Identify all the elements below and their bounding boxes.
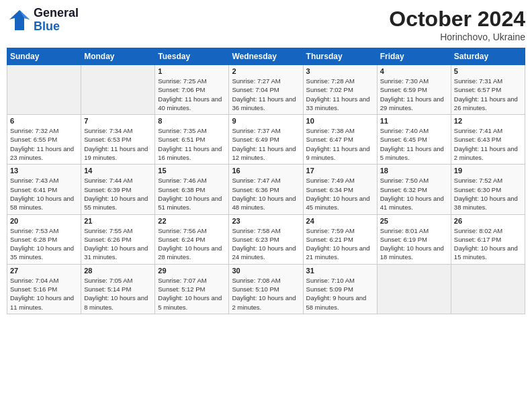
- day-number: 28: [84, 267, 152, 275]
- day-info: Sunrise: 7:56 AM Sunset: 6:24 PM Dayligh…: [158, 226, 226, 262]
- calendar-cell: [81, 65, 155, 115]
- day-number: 25: [380, 217, 448, 225]
- calendar-cell: 23Sunrise: 7:58 AM Sunset: 6:23 PM Dayli…: [229, 214, 303, 264]
- calendar-table: SundayMondayTuesdayWednesdayThursdayFrid…: [7, 48, 525, 314]
- day-info: Sunrise: 7:59 AM Sunset: 6:21 PM Dayligh…: [306, 226, 374, 262]
- calendar-cell: 31Sunrise: 7:10 AM Sunset: 5:09 PM Dayli…: [303, 264, 377, 314]
- week-row-5: 27Sunrise: 7:04 AM Sunset: 5:16 PM Dayli…: [7, 264, 525, 314]
- day-info: Sunrise: 7:28 AM Sunset: 7:02 PM Dayligh…: [306, 77, 374, 112]
- calendar-cell: 12Sunrise: 7:41 AM Sunset: 6:43 PM Dayli…: [451, 115, 525, 165]
- day-info: Sunrise: 7:50 AM Sunset: 6:32 PM Dayligh…: [380, 176, 448, 212]
- day-number: 16: [232, 167, 300, 175]
- location-text: Horinchovo, Ukraine: [389, 32, 525, 42]
- week-row-2: 6Sunrise: 7:32 AM Sunset: 6:55 PM Daylig…: [7, 115, 525, 165]
- logo-bird-icon: [7, 7, 32, 33]
- calendar-cell: 30Sunrise: 7:08 AM Sunset: 5:10 PM Dayli…: [229, 264, 303, 314]
- weekday-header-saturday: Saturday: [451, 48, 525, 65]
- calendar-cell: 26Sunrise: 8:02 AM Sunset: 6:17 PM Dayli…: [451, 214, 525, 264]
- logo-blue-text: Blue: [34, 20, 79, 34]
- day-number: 3: [306, 67, 374, 75]
- page-header: General Blue October 2024 Horinchovo, Uk…: [7, 7, 525, 42]
- day-info: Sunrise: 7:52 AM Sunset: 6:30 PM Dayligh…: [454, 176, 522, 212]
- calendar-cell: [451, 264, 525, 314]
- weekday-header-thursday: Thursday: [303, 48, 377, 65]
- day-info: Sunrise: 7:08 AM Sunset: 5:10 PM Dayligh…: [232, 276, 300, 312]
- day-info: Sunrise: 7:41 AM Sunset: 6:43 PM Dayligh…: [454, 126, 522, 162]
- calendar-cell: 3Sunrise: 7:28 AM Sunset: 7:02 PM Daylig…: [303, 65, 377, 115]
- day-number: 9: [232, 117, 300, 125]
- day-number: 12: [454, 117, 522, 125]
- day-info: Sunrise: 8:01 AM Sunset: 6:19 PM Dayligh…: [380, 226, 448, 262]
- calendar-cell: 25Sunrise: 8:01 AM Sunset: 6:19 PM Dayli…: [377, 214, 451, 264]
- day-number: 19: [454, 167, 522, 175]
- day-info: Sunrise: 7:49 AM Sunset: 6:34 PM Dayligh…: [306, 176, 374, 212]
- day-info: Sunrise: 7:07 AM Sunset: 5:12 PM Dayligh…: [158, 276, 226, 312]
- day-number: 10: [306, 117, 374, 125]
- day-info: Sunrise: 7:10 AM Sunset: 5:09 PM Dayligh…: [306, 276, 374, 312]
- day-info: Sunrise: 7:44 AM Sunset: 6:39 PM Dayligh…: [84, 176, 152, 212]
- day-number: 2: [232, 67, 300, 75]
- day-info: Sunrise: 7:38 AM Sunset: 6:47 PM Dayligh…: [306, 126, 374, 162]
- day-number: 14: [84, 167, 152, 175]
- week-row-4: 20Sunrise: 7:53 AM Sunset: 6:28 PM Dayli…: [7, 214, 525, 264]
- day-number: 24: [306, 217, 374, 225]
- logo: General Blue: [7, 7, 79, 34]
- calendar-cell: 19Sunrise: 7:52 AM Sunset: 6:30 PM Dayli…: [451, 165, 525, 214]
- month-title: October 2024: [389, 7, 525, 32]
- calendar-cell: 9Sunrise: 7:37 AM Sunset: 6:49 PM Daylig…: [229, 115, 303, 165]
- weekday-header-row: SundayMondayTuesdayWednesdayThursdayFrid…: [7, 48, 525, 65]
- day-info: Sunrise: 7:25 AM Sunset: 7:06 PM Dayligh…: [158, 77, 226, 112]
- day-info: Sunrise: 7:34 AM Sunset: 6:53 PM Dayligh…: [84, 126, 152, 162]
- calendar-cell: 20Sunrise: 7:53 AM Sunset: 6:28 PM Dayli…: [7, 214, 81, 264]
- day-number: 17: [306, 167, 374, 175]
- day-info: Sunrise: 7:35 AM Sunset: 6:51 PM Dayligh…: [158, 126, 226, 162]
- calendar-cell: 13Sunrise: 7:43 AM Sunset: 6:41 PM Dayli…: [7, 165, 81, 214]
- day-info: Sunrise: 7:47 AM Sunset: 6:36 PM Dayligh…: [232, 176, 300, 212]
- day-info: Sunrise: 7:46 AM Sunset: 6:38 PM Dayligh…: [158, 176, 226, 212]
- day-info: Sunrise: 7:53 AM Sunset: 6:28 PM Dayligh…: [10, 226, 78, 262]
- calendar-cell: 22Sunrise: 7:56 AM Sunset: 6:24 PM Dayli…: [155, 214, 229, 264]
- week-row-1: 1Sunrise: 7:25 AM Sunset: 7:06 PM Daylig…: [7, 65, 525, 115]
- calendar-cell: 14Sunrise: 7:44 AM Sunset: 6:39 PM Dayli…: [81, 165, 155, 214]
- day-info: Sunrise: 7:32 AM Sunset: 6:55 PM Dayligh…: [10, 126, 78, 162]
- day-number: 6: [10, 117, 78, 125]
- day-info: Sunrise: 7:27 AM Sunset: 7:04 PM Dayligh…: [232, 77, 300, 112]
- weekday-header-tuesday: Tuesday: [155, 48, 229, 65]
- calendar-cell: 24Sunrise: 7:59 AM Sunset: 6:21 PM Dayli…: [303, 214, 377, 264]
- weekday-header-monday: Monday: [81, 48, 155, 65]
- day-number: 26: [454, 217, 522, 225]
- calendar-cell: 21Sunrise: 7:55 AM Sunset: 6:26 PM Dayli…: [81, 214, 155, 264]
- calendar-cell: 2Sunrise: 7:27 AM Sunset: 7:04 PM Daylig…: [229, 65, 303, 115]
- day-number: 20: [10, 217, 78, 225]
- day-number: 13: [10, 167, 78, 175]
- logo-general-text: General: [34, 7, 79, 20]
- day-info: Sunrise: 7:37 AM Sunset: 6:49 PM Dayligh…: [232, 126, 300, 162]
- day-number: 31: [306, 267, 374, 275]
- calendar-cell: 8Sunrise: 7:35 AM Sunset: 6:51 PM Daylig…: [155, 115, 229, 165]
- calendar-cell: 10Sunrise: 7:38 AM Sunset: 6:47 PM Dayli…: [303, 115, 377, 165]
- calendar-cell: 28Sunrise: 7:05 AM Sunset: 5:14 PM Dayli…: [81, 264, 155, 314]
- day-number: 23: [232, 217, 300, 225]
- day-number: 18: [380, 167, 448, 175]
- day-number: 27: [10, 267, 78, 275]
- day-info: Sunrise: 7:55 AM Sunset: 6:26 PM Dayligh…: [84, 226, 152, 262]
- calendar-cell: 18Sunrise: 7:50 AM Sunset: 6:32 PM Dayli…: [377, 165, 451, 214]
- calendar-cell: 17Sunrise: 7:49 AM Sunset: 6:34 PM Dayli…: [303, 165, 377, 214]
- day-number: 1: [158, 67, 226, 75]
- calendar-cell: 16Sunrise: 7:47 AM Sunset: 6:36 PM Dayli…: [229, 165, 303, 214]
- day-number: 21: [84, 217, 152, 225]
- day-number: 30: [232, 267, 300, 275]
- calendar-cell: [7, 65, 81, 115]
- day-number: 7: [84, 117, 152, 125]
- day-number: 4: [380, 67, 448, 75]
- calendar-cell: 1Sunrise: 7:25 AM Sunset: 7:06 PM Daylig…: [155, 65, 229, 115]
- weekday-header-friday: Friday: [377, 48, 451, 65]
- day-number: 5: [454, 67, 522, 75]
- day-number: 29: [158, 267, 226, 275]
- day-info: Sunrise: 7:05 AM Sunset: 5:14 PM Dayligh…: [84, 276, 152, 312]
- calendar-cell: 29Sunrise: 7:07 AM Sunset: 5:12 PM Dayli…: [155, 264, 229, 314]
- day-info: Sunrise: 7:40 AM Sunset: 6:45 PM Dayligh…: [380, 126, 448, 162]
- calendar-cell: [377, 264, 451, 314]
- calendar-cell: 5Sunrise: 7:31 AM Sunset: 6:57 PM Daylig…: [451, 65, 525, 115]
- svg-marker-0: [9, 10, 30, 30]
